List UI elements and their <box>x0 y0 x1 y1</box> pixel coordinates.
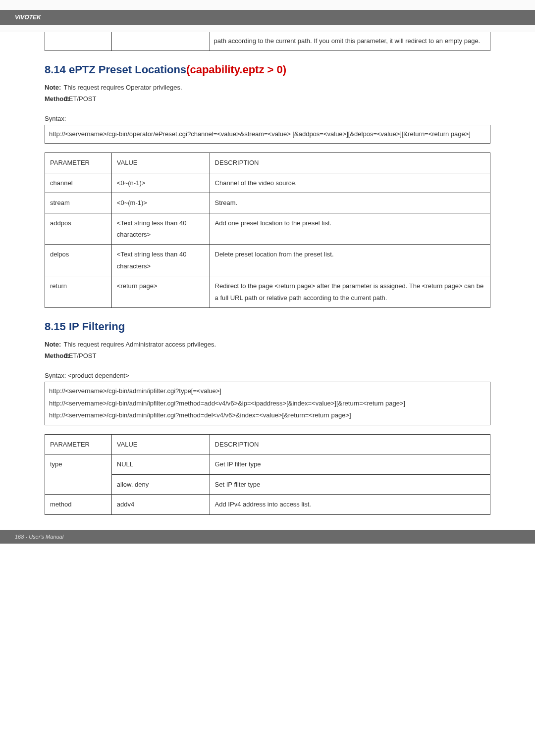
syntax-line-3: http://<servername>/cgi-bin/admin/ipfilt… <box>49 409 486 422</box>
syntax-table-814: http://<servername>/cgi-bin/operator/ePr… <box>45 125 490 144</box>
section-815-title: 8.15 IP Filtering <box>45 320 490 333</box>
cell-value: <Text string less than 40 characters> <box>111 245 210 276</box>
table-row: allow, deny Set IP filter type <box>45 474 490 494</box>
table-row: http://<servername>/cgi-bin/operator/ePr… <box>45 125 490 144</box>
header-description: DESCRIPTION <box>210 434 490 454</box>
title-prefix: 8.14 ePTZ Preset Locations <box>45 63 186 76</box>
cell-desc: Add one preset location to the preset li… <box>210 213 490 245</box>
cell-value: addv4 <box>111 495 210 514</box>
cell-desc: Get IP filter type <box>210 454 490 474</box>
method-line: Method: GET/POST <box>45 95 490 102</box>
section-814-title: 8.14 ePTZ Preset Locations(capability.ep… <box>45 63 490 76</box>
method-text: GET/POST <box>64 95 97 102</box>
header-parameter: PARAMETER <box>45 434 112 454</box>
note-line: Note: This request requires Administrato… <box>45 341 490 348</box>
table-header-row: PARAMETER VALUE DESCRIPTION <box>45 153 490 173</box>
syntax-table-815: http://<servername>/cgi-bin/admin/ipfilt… <box>45 382 490 425</box>
content-area: path according to the current path. If y… <box>0 32 535 515</box>
note-line: Note: This request requires Operator pri… <box>45 84 490 91</box>
cell-param: addpos <box>45 213 112 245</box>
cell-param: channel <box>45 173 112 193</box>
brand-label: VIVOTEK <box>15 14 41 21</box>
cell-desc: path according to the current path. If y… <box>210 32 490 50</box>
note-bullet: Note: <box>45 84 62 91</box>
method-bullet: Method: <box>45 352 62 359</box>
cell-desc: Add IPv4 address into access list. <box>210 495 490 514</box>
cell-empty <box>111 32 210 50</box>
footer-bar: 168 - User's Manual <box>0 530 535 544</box>
cell-desc: Redirect to the page <return page> after… <box>210 276 490 308</box>
table-row: method addv4 Add IPv4 address into acces… <box>45 495 490 514</box>
cell-param: type <box>45 454 112 495</box>
table-row: addpos <Text string less than 40 charact… <box>45 213 490 245</box>
cell-desc: Stream. <box>210 193 490 213</box>
cell-param: delpos <box>45 245 112 276</box>
table-row: return <return page> Redirect to the pag… <box>45 276 490 308</box>
method-line: Method: GET/POST <box>45 352 490 359</box>
cell-desc: Delete preset location from the preset l… <box>210 245 490 276</box>
table-row: http://<servername>/cgi-bin/admin/ipfilt… <box>45 382 490 425</box>
syntax-label: Syntax: <product dependent> <box>45 372 490 379</box>
table-row: stream <0~(m-1)> Stream. <box>45 193 490 213</box>
table-row: delpos <Text string less than 40 charact… <box>45 245 490 276</box>
table-row: path according to the current path. If y… <box>45 32 490 50</box>
method-bullet: Method: <box>45 95 62 102</box>
cell-desc: Channel of the video source. <box>210 173 490 193</box>
cell-value: NULL <box>111 454 210 474</box>
cell-param: return <box>45 276 112 308</box>
header-value: VALUE <box>111 153 210 173</box>
syntax-label: Syntax: <box>45 115 490 122</box>
header-description: DESCRIPTION <box>210 153 490 173</box>
note-text: This request requires Operator privilege… <box>63 84 182 91</box>
syntax-line-2: http://<servername>/cgi-bin/admin/ipfilt… <box>49 398 486 410</box>
title-red: (capability.eptz > 0) <box>186 63 286 76</box>
table-row: type NULL Get IP filter type <box>45 454 490 474</box>
syntax-cell: http://<servername>/cgi-bin/admin/ipfilt… <box>45 382 490 425</box>
cell-param: stream <box>45 193 112 213</box>
header-bar: VIVOTEK <box>0 0 535 32</box>
param-table-815: PARAMETER VALUE DESCRIPTION type NULL Ge… <box>45 434 490 515</box>
cell-param: method <box>45 495 112 514</box>
page-number: 168 - User's Manual <box>15 534 63 540</box>
header-value: VALUE <box>111 434 210 454</box>
header-parameter: PARAMETER <box>45 153 112 173</box>
note-bullet: Note: <box>45 341 62 348</box>
page-container: VIVOTEK path according to the current pa… <box>0 0 535 563</box>
syntax-cell: http://<servername>/cgi-bin/operator/ePr… <box>45 125 490 144</box>
cell-value: <0~(m-1)> <box>111 193 210 213</box>
note-text: This request requires Administrator acce… <box>63 341 216 348</box>
method-text: GET/POST <box>64 352 97 359</box>
cell-value: allow, deny <box>111 474 210 494</box>
cell-value: <Text string less than 40 characters> <box>111 213 210 245</box>
param-table-814: PARAMETER VALUE DESCRIPTION channel <0~(… <box>45 152 490 308</box>
table-header-row: PARAMETER VALUE DESCRIPTION <box>45 434 490 454</box>
cell-empty <box>45 32 112 50</box>
partial-continuation-table: path according to the current path. If y… <box>45 32 490 51</box>
cell-desc: Set IP filter type <box>210 474 490 494</box>
cell-value: <return page> <box>111 276 210 308</box>
table-row: channel <0~(n-1)> Channel of the video s… <box>45 173 490 193</box>
cell-value: <0~(n-1)> <box>111 173 210 193</box>
syntax-line-1: http://<servername>/cgi-bin/admin/ipfilt… <box>49 385 486 398</box>
